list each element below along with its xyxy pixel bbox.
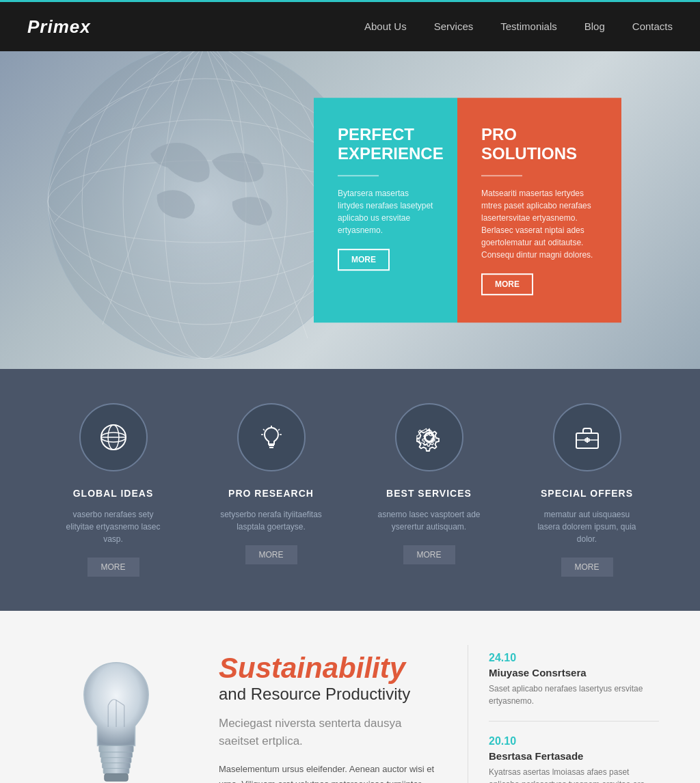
feature-1-text: setyserbo nerafa ityiitaefitas lasptala …: [217, 508, 326, 533]
news-divider: [489, 721, 659, 722]
nav-blog[interactable]: Blog: [584, 20, 605, 32]
hero-section: PERFECT EXPERIENCE Bytarsera masertas li…: [0, 51, 700, 369]
hero-teal-title: PERFECT EXPERIENCE: [338, 125, 433, 165]
news-sidebar: 24.10 Miuyase Consrtsera Saset aplicabo …: [468, 645, 659, 783]
hero-orange-text: Matseariti masertas lertydes mtres paset…: [481, 187, 597, 261]
feature-global-ideas: GLOBAL IDEAS vaserbo nerafaes sety elity…: [41, 403, 185, 577]
feature-0-btn[interactable]: MORE: [88, 558, 139, 577]
feature-3-text: mematur aut uisquaesu lasera dolorem ips…: [533, 508, 642, 545]
svg-line-20: [278, 429, 280, 430]
hero-teal-divider: [338, 175, 379, 176]
svg-rect-33: [99, 746, 133, 752]
news-0-title: Miuyase Consrtsera: [489, 667, 659, 678]
briefcase-icon: [572, 422, 602, 452]
news-1-title: Besrtasa Fertasade: [489, 750, 659, 762]
hero-orange-divider: [481, 175, 522, 176]
svg-rect-37: [103, 769, 129, 774]
feature-1-title: PRO RESEARCH: [228, 488, 314, 499]
global-ideas-icon-circle: [79, 403, 148, 471]
feature-best-services: BEST SERVICES asnemo lasec vasptoert ade…: [357, 403, 501, 577]
feature-0-text: vaserbo nerafaes sety elityitae ertyasne…: [59, 508, 168, 545]
hero-cards: PERFECT EXPERIENCE Bytarsera masertas li…: [314, 98, 621, 323]
feature-2-title: BEST SERVICES: [386, 488, 472, 499]
hero-teal-text: Bytarsera masertas lirtydes nerafaes las…: [338, 187, 433, 236]
nav-contacts[interactable]: Contacts: [632, 20, 673, 32]
special-offers-icon-circle: [553, 403, 621, 471]
hero-card-orange: PRO SOLUTIONS Matseariti masertas lertyd…: [457, 98, 621, 323]
feature-0-title: GLOBAL IDEAS: [73, 488, 154, 499]
news-1-text: Kyatrsas asertas lmoiasas afaes paset ap…: [489, 766, 659, 783]
features-grid: GLOBAL IDEAS vaserbo nerafaes sety elity…: [41, 403, 659, 577]
hero-card-teal: PERFECT EXPERIENCE Bytarsera masertas li…: [314, 98, 457, 323]
feature-1-btn[interactable]: MORE: [245, 545, 297, 564]
pro-research-icon-circle: [237, 403, 306, 471]
svg-line-21: [263, 429, 265, 430]
best-services-icon-circle: [395, 403, 463, 471]
svg-rect-34: [100, 752, 132, 758]
feature-pro-research: PRO RESEARCH setyserbo nerafa ityiitaefi…: [199, 403, 343, 577]
feature-3-btn[interactable]: MORE: [561, 558, 613, 577]
hero-orange-title: PRO SOLUTIONS: [481, 125, 597, 165]
svg-rect-36: [103, 763, 131, 769]
sustainability-subtitle: and Resource Productivity: [219, 685, 440, 704]
globe-icon: [98, 422, 129, 452]
navbar: Primex About Us Services Testimonials Bl…: [0, 0, 700, 51]
svg-rect-35: [101, 758, 131, 763]
features-section: GLOBAL IDEAS vaserbo nerafaes sety elity…: [0, 369, 700, 611]
news-0-date: 24.10: [489, 652, 659, 664]
logo: Primex: [27, 16, 91, 38]
sustainability-section: Sustainability and Resource Productivity…: [0, 611, 700, 783]
sustainability-body: Maselementum ursus eleifender. Aenean au…: [219, 762, 440, 783]
feature-2-btn[interactable]: MORE: [403, 545, 455, 564]
feature-2-text: asnemo lasec vasptoert ade yserertur aut…: [375, 508, 484, 533]
hero-teal-btn[interactable]: MORE: [338, 249, 390, 271]
nav-testimonials[interactable]: Testimonials: [500, 20, 557, 32]
lightbulb-icon: [256, 422, 286, 452]
sustainability-content: Sustainability and Resource Productivity…: [219, 645, 440, 783]
feature-special-offers: SPECIAL OFFERS mematur aut uisquaesu las…: [515, 403, 659, 577]
gear-icon: [414, 422, 444, 452]
nav-about[interactable]: About Us: [364, 20, 407, 32]
hero-orange-btn[interactable]: MORE: [481, 273, 533, 295]
nav-links: About Us Services Testimonials Blog Cont…: [364, 20, 673, 33]
bulb-image: [41, 645, 191, 783]
news-1-date: 20.10: [489, 735, 659, 747]
sustainability-tagline: Meciegast niversta senterta dausya saeit…: [219, 715, 440, 750]
sustainability-title: Sustainability: [219, 652, 440, 685]
svg-rect-38: [105, 773, 129, 781]
nav-services[interactable]: Services: [434, 20, 474, 32]
lightbulb-large-icon: [55, 652, 178, 783]
news-0-text: Saset aplicabo nerafaes lasertyus ersvit…: [489, 683, 659, 707]
feature-3-title: SPECIAL OFFERS: [541, 488, 633, 499]
